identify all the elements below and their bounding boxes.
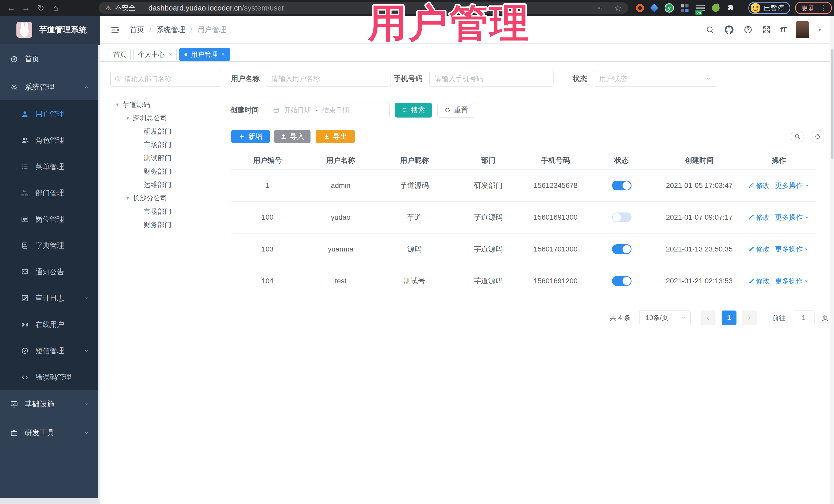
sidebar-collapse-icon[interactable] (110, 25, 120, 35)
tree-node[interactable]: 市场部门 (144, 138, 171, 151)
sidebar-item-notice[interactable]: 通知公告 (0, 264, 98, 280)
breadcrumb-current: 用户管理 (198, 25, 226, 35)
refresh-table-button[interactable] (811, 130, 824, 143)
browser-extension-icon[interactable] (636, 4, 644, 12)
fullscreen-icon[interactable] (762, 25, 771, 35)
browser-home-icon[interactable]: ⌂ (48, 3, 63, 13)
sidebar-item-system-management[interactable]: 系统管理 (0, 79, 98, 95)
current-page-button[interactable]: 1 (722, 310, 737, 325)
browser-back-icon[interactable]: ← (4, 3, 19, 13)
extensions-puzzle-icon[interactable] (727, 4, 735, 12)
date-range-picker[interactable]: 开始日期 - 结束日期 (268, 102, 390, 118)
monitor-icon (10, 400, 18, 408)
reset-button[interactable]: 重置 (437, 103, 475, 117)
edit-link[interactable]: 修改 (748, 213, 770, 222)
sidebar-item-post-management[interactable]: 岗位管理 (0, 211, 98, 227)
toggle-search-button[interactable] (791, 130, 804, 143)
tree-node[interactable]: ▾ 深圳总公司 (126, 111, 167, 125)
search-icon[interactable] (705, 25, 715, 35)
username-input[interactable] (266, 71, 391, 87)
edit-link[interactable]: 修改 (748, 245, 770, 254)
tab-home[interactable]: 首页 (109, 48, 131, 61)
more-actions-link[interactable]: 更多操作 (775, 277, 809, 286)
prev-page-button[interactable]: ‹ (701, 310, 716, 325)
sidebar-item-dict-management[interactable]: 字典管理 (0, 237, 98, 254)
browser-forward-icon[interactable]: → (19, 3, 34, 13)
export-button[interactable]: 导出 (316, 130, 355, 143)
status-select[interactable]: 用户状态 (594, 71, 717, 87)
avatar-caret-icon[interactable]: ▾ (818, 26, 821, 33)
chevron-down-icon (84, 401, 89, 407)
status-toggle[interactable] (612, 244, 632, 254)
import-button[interactable]: 导入 (274, 130, 310, 143)
status-toggle[interactable] (612, 276, 632, 286)
more-actions-link[interactable]: 更多操作 (775, 213, 809, 222)
browser-menu-icon[interactable]: ⋮ (819, 4, 827, 12)
tree-node[interactable]: 财务部门 (144, 218, 171, 232)
security-warning-icon[interactable]: ⚠ (105, 4, 111, 12)
sidebar-item-sms-management[interactable]: 短信管理 (0, 343, 98, 359)
tab-user-management[interactable]: 用户管理 × (179, 48, 230, 61)
browser-extension-icon[interactable] (681, 4, 684, 7)
tree-node[interactable]: ▾ 芋道源码 (116, 98, 150, 111)
user-avatar[interactable] (796, 21, 809, 38)
tree-node[interactable]: 研发部门 (144, 125, 171, 138)
chat-bubble-icon (21, 268, 29, 276)
breadcrumb-system[interactable]: 系统管理 (156, 25, 185, 35)
sidebar-item-role-management[interactable]: 角色管理 (0, 132, 98, 149)
sidebar-item-dept-management[interactable]: 部门管理 (0, 185, 98, 201)
password-key-icon[interactable] (597, 4, 604, 12)
page-scrollbar-thumb[interactable] (831, 49, 833, 159)
github-icon[interactable] (724, 25, 734, 35)
tree-caret-icon[interactable]: ▾ (126, 115, 129, 122)
status-toggle[interactable] (612, 213, 632, 222)
browser-extension-icon[interactable] (711, 3, 721, 13)
browser-reload-icon[interactable]: ↻ (34, 3, 48, 13)
sidebar-item-online-users[interactable]: 在线用户 (0, 316, 98, 333)
tree-node[interactable]: ▾ 长沙分公司 (126, 192, 167, 205)
next-page-button[interactable]: › (742, 310, 757, 325)
sidebar-item-infrastructure[interactable]: 基础设施 (0, 396, 98, 412)
sidebar-scrollbar[interactable] (98, 45, 100, 504)
browser-extension-icon[interactable]: y (665, 3, 674, 13)
tree-node[interactable]: 测试部门 (144, 151, 171, 165)
tab-profile[interactable]: 个人中心 × (133, 48, 177, 61)
sidebar-item-error-code-management[interactable]: 错误码管理 (0, 369, 98, 386)
tree-caret-icon[interactable]: ▾ (126, 195, 129, 201)
more-actions-link[interactable]: 更多操作 (775, 181, 809, 190)
address-bar[interactable]: ⚠ 不安全 dashboard.yudao.iocoder.cn /system… (98, 2, 628, 14)
breadcrumb-home[interactable]: 首页 (130, 25, 144, 35)
font-size-icon[interactable]: tT (781, 25, 787, 34)
tree-node[interactable]: 运维部门 (144, 178, 171, 192)
add-button[interactable]: 新增 (231, 130, 270, 143)
status-toggle[interactable] (612, 181, 632, 191)
dept-search-input[interactable] (124, 75, 217, 83)
dept-search-box (110, 71, 221, 87)
edit-link[interactable]: 修改 (748, 277, 770, 286)
bookmark-star-icon[interactable]: ☆ (614, 3, 621, 13)
edit-link[interactable]: 修改 (748, 181, 770, 190)
pencil-icon (748, 278, 754, 284)
help-icon[interactable] (743, 25, 753, 35)
sidebar-item-user-management[interactable]: 用户管理 (0, 106, 98, 123)
goto-page-input[interactable] (793, 310, 814, 325)
browser-extension-icon[interactable]: on (696, 5, 705, 11)
tree-node[interactable]: 市场部门 (144, 205, 171, 218)
close-icon[interactable]: × (168, 51, 172, 58)
tree-caret-icon[interactable]: ▾ (116, 101, 119, 108)
update-button[interactable]: 更新 ⋮ (795, 2, 832, 14)
sidebar-item-audit-log[interactable]: 审计日志 (0, 290, 98, 306)
search-button[interactable]: 搜索 (395, 103, 432, 117)
browser-extension-icon[interactable] (650, 4, 659, 12)
code-icon (21, 373, 29, 381)
mobile-input[interactable] (429, 71, 553, 87)
sidebar-item-menu-management[interactable]: 菜单管理 (0, 159, 98, 175)
sidebar-item-home[interactable]: 首页 (0, 51, 98, 67)
tree-node[interactable]: 财务部门 (144, 165, 171, 178)
profile-paused-badge[interactable]: 已暂停 (748, 2, 790, 14)
more-actions-link[interactable]: 更多操作 (775, 245, 809, 254)
sidebar-item-dev-tools[interactable]: 研发工具 (0, 425, 98, 441)
page-size-select[interactable]: 10条/页 (639, 310, 690, 325)
chevron-down-icon (84, 295, 89, 301)
close-icon[interactable]: × (221, 51, 225, 58)
